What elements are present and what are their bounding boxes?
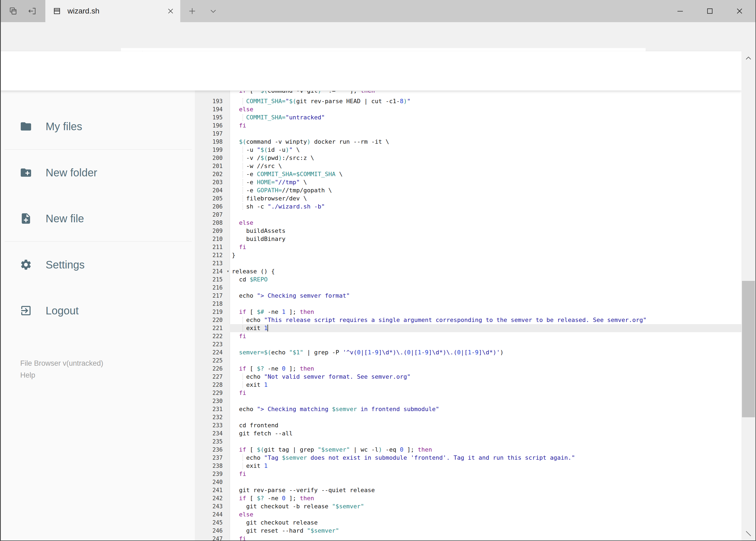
line-number: 219	[195, 308, 230, 316]
code-text[interactable]: if [ $# -ne 1 ]; then	[230, 308, 741, 316]
code-text[interactable]: COMMIT_SHA="untracked"	[230, 114, 741, 122]
code-text[interactable]	[230, 259, 741, 268]
code-line-209: 209 buildAssets	[195, 227, 741, 235]
code-text[interactable]	[230, 478, 741, 486]
code-line-225: 225	[195, 356, 741, 365]
code-text[interactable]: exit 1	[230, 324, 741, 332]
set-tabs-aside-icon[interactable]	[26, 5, 38, 17]
code-text[interactable]: fi	[230, 535, 741, 541]
sidebar-item-my-files[interactable]: My files	[1, 104, 195, 149]
code-line-228: 228 exit 1	[195, 381, 741, 389]
code-line-233: 233 cd frontend	[195, 421, 741, 429]
close-window-button[interactable]	[725, 0, 754, 22]
code-text[interactable]: fi	[230, 332, 741, 340]
code-text[interactable]: exit 1	[230, 381, 741, 389]
maximize-button[interactable]	[695, 0, 725, 22]
code-text[interactable]: echo "Not valid semver format. See semve…	[230, 373, 741, 381]
code-text[interactable]: }	[230, 251, 741, 259]
code-text[interactable]	[230, 340, 741, 348]
scrollbar-thumb[interactable]	[742, 281, 755, 417]
line-number: 237	[195, 454, 230, 462]
code-text[interactable]: cd $REPO	[230, 275, 741, 283]
code-text[interactable]: semver=$(echo "$1" | grep -P '^v(0|[1-9]…	[230, 348, 741, 356]
code-text[interactable]: echo "> Checking matching $semver in fro…	[230, 405, 741, 413]
code-line-215: 215 cd $REPO	[195, 275, 741, 283]
code-text[interactable]: cd frontend	[230, 421, 741, 429]
tab-close-icon[interactable]	[167, 7, 174, 15]
code-text[interactable]: echo "> Checking semver format"	[230, 292, 741, 300]
code-editor[interactable]: if [ "$(command -v git)" != "" ]; then19…	[195, 91, 741, 541]
help-link[interactable]: Help	[20, 369, 104, 381]
code-text[interactable]: echo "This release script requires a sin…	[230, 316, 741, 324]
code-text[interactable]: filebrowser/dev \	[230, 195, 741, 203]
code-text[interactable]: fi	[230, 122, 741, 130]
code-text[interactable]: else	[230, 105, 741, 114]
minimize-button[interactable]	[665, 0, 695, 22]
line-number: 193	[195, 97, 230, 105]
code-line-229: 229 fi	[195, 389, 741, 397]
code-text[interactable]	[230, 413, 741, 421]
browser-tab[interactable]: wizard.sh	[45, 0, 180, 22]
code-text[interactable]: git checkout -b release "$semver"	[230, 502, 741, 510]
code-text[interactable]: if [ $? -ne 0 ]; then	[230, 365, 741, 373]
line-number: 224	[195, 348, 230, 356]
code-text[interactable]: buildAssets	[230, 227, 741, 235]
code-text[interactable]	[230, 300, 741, 308]
code-text[interactable]: git fetch --all	[230, 429, 741, 437]
code-text[interactable]: echo "Tag $semver does not exist in subm…	[230, 454, 741, 462]
code-text[interactable]: $(command -v winpty) docker run --rm -it…	[230, 138, 741, 146]
code-text[interactable]: -w //src \	[230, 162, 741, 170]
code-text[interactable]: fi	[230, 389, 741, 397]
code-text[interactable]: if [ "$(command -v git)" != "" ]; then	[230, 91, 741, 97]
code-text[interactable]: release () {	[230, 268, 741, 275]
code-line-196: 196 fi	[195, 122, 741, 130]
line-number: 201	[195, 162, 230, 170]
line-number: 243	[195, 502, 230, 510]
code-text[interactable]: fi	[230, 470, 741, 478]
code-text[interactable]	[230, 283, 741, 292]
code-text[interactable]	[230, 211, 741, 219]
code-line-238: 238 exit 1	[195, 462, 741, 470]
code-text[interactable]: if [ $(git tag | grep "$semver" | wc -l)…	[230, 446, 741, 454]
code-text[interactable]	[230, 356, 741, 365]
page-scrollbar[interactable]	[741, 51, 755, 540]
code-text[interactable]: -e GOPATH=//tmp/gopath \	[230, 186, 741, 195]
scroll-up-icon[interactable]	[741, 51, 755, 65]
fold-marker-icon[interactable]: ▾	[227, 267, 229, 275]
code-text[interactable]: -v /$(pwd):/src:z \	[230, 154, 741, 162]
sidebar-item-settings[interactable]: Settings	[1, 242, 195, 287]
code-text[interactable]: -e HOME="//tmp" \	[230, 178, 741, 186]
code-line-243: 243 git checkout -b release "$semver"	[195, 502, 741, 510]
code-text[interactable]: -e COMMIT_SHA=$COMMIT_SHA \	[230, 170, 741, 178]
line-number: 202	[195, 170, 230, 178]
code-text[interactable]: git rev-parse --verify --quiet release	[230, 486, 741, 494]
line-number: 196	[195, 122, 230, 130]
code-text[interactable]	[230, 397, 741, 405]
code-text[interactable]: buildBinary	[230, 235, 741, 243]
code-text[interactable]	[230, 130, 741, 138]
scroll-down-icon[interactable]	[741, 526, 755, 540]
code-text[interactable]: if [ $? -ne 0 ]; then	[230, 494, 741, 502]
code-text[interactable]: exit 1	[230, 462, 741, 470]
code-line-241: 241 git rev-parse --verify --quiet relea…	[195, 486, 741, 494]
line-number: 220	[195, 316, 230, 324]
new-tab-button[interactable]	[183, 0, 201, 22]
tab-list-chevron-icon[interactable]	[204, 0, 222, 22]
code-line-194: 194 else	[195, 105, 741, 114]
code-text[interactable]: else	[230, 219, 741, 227]
code-text[interactable]: sh -c "./wizard.sh -b"	[230, 203, 741, 211]
code-text[interactable]: git reset --hard "$semver"	[230, 527, 741, 535]
code-text[interactable]	[230, 437, 741, 446]
sidebar-item-new-folder[interactable]: New folder	[1, 150, 195, 196]
sidebar-item-new-file[interactable]: New file	[1, 196, 195, 242]
code-text[interactable]: git checkout release	[230, 519, 741, 527]
code-text[interactable]: else	[230, 510, 741, 519]
code-text[interactable]: COMMIT_SHA="$(git rev-parse HEAD | cut -…	[230, 97, 741, 105]
folder-plus-icon	[20, 166, 32, 179]
code-text[interactable]: -u "$(id -u)" \	[230, 146, 741, 154]
tab-preview-icon[interactable]	[7, 5, 19, 17]
browser-urlbar: filebrowser.web/files/wizard.sh	[0, 22, 756, 51]
code-text[interactable]: fi	[230, 243, 741, 251]
code-line-206: 206 sh -c "./wizard.sh -b"	[195, 203, 741, 211]
sidebar-item-logout[interactable]: Logout	[1, 287, 195, 333]
